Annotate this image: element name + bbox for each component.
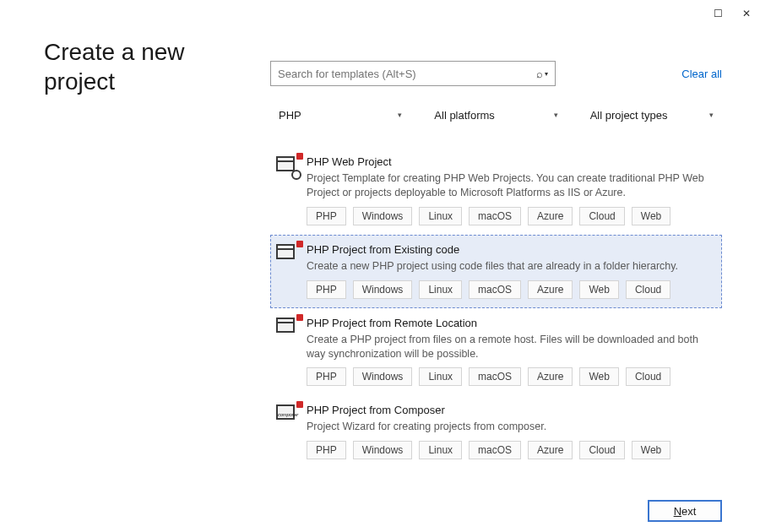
dialog-footer: Next xyxy=(648,500,722,522)
tag: PHP xyxy=(307,207,346,225)
search-input[interactable] xyxy=(278,68,536,80)
chevron-down-icon: ▾ xyxy=(709,111,714,119)
search-box[interactable]: ⌕ ▾ xyxy=(270,61,556,86)
tag: Azure xyxy=(528,207,573,225)
filter-language-label: PHP xyxy=(279,109,301,122)
tag: macOS xyxy=(469,441,521,459)
template-body: PHP Project from Remote LocationCreate a… xyxy=(307,317,713,387)
tag: Cloud xyxy=(579,207,624,225)
template-icon xyxy=(276,244,300,264)
main-area: Create a new project ⌕ ▾ Clear all PHP ▾… xyxy=(0,27,760,500)
template-icon xyxy=(276,318,300,338)
template-item[interactable]: PHP Project from Existing codeCreate a n… xyxy=(270,235,722,308)
template-description: Project Wizard for creating projects fro… xyxy=(307,420,713,434)
chevron-down-icon: ▾ xyxy=(554,111,558,119)
maximize-icon[interactable]: ☐ xyxy=(711,8,725,19)
tag: Cloud xyxy=(626,280,670,299)
tag: PHP xyxy=(307,280,346,299)
tag: macOS xyxy=(469,280,521,299)
tag: Windows xyxy=(353,280,413,299)
tag: Web xyxy=(579,367,618,386)
filter-platform[interactable]: All platforms ▾ xyxy=(426,103,566,127)
template-body: PHP Project from ComposerProject Wizard … xyxy=(307,404,713,459)
template-tags: PHPWindowsLinuxmacOSAzureWebCloud xyxy=(307,367,713,386)
clear-all-link[interactable]: Clear all xyxy=(681,68,722,80)
window-titlebar: ☐ ✕ xyxy=(0,0,760,27)
template-item-peek xyxy=(270,469,722,470)
page-title: Create a new project xyxy=(44,37,253,96)
tag: PHP xyxy=(307,441,346,459)
template-list: PHP Web ProjectProject Template for crea… xyxy=(270,147,722,500)
filter-row: PHP ▾ All platforms ▾ All project types … xyxy=(270,103,722,127)
filter-platform-label: All platforms xyxy=(434,109,495,122)
search-row: ⌕ ▾ Clear all xyxy=(270,61,722,86)
template-item[interactable]: PHP Project from Remote LocationCreate a… xyxy=(270,308,722,396)
tag: Web xyxy=(579,280,618,299)
template-body: PHP Web ProjectProject Template for crea… xyxy=(307,155,713,225)
close-icon[interactable]: ✕ xyxy=(740,8,753,19)
tag: macOS xyxy=(469,207,521,225)
filter-project-type[interactable]: All project types ▾ xyxy=(582,103,722,127)
tag: Cloud xyxy=(579,441,624,459)
template-description: Project Template for creating PHP Web Pr… xyxy=(307,171,713,200)
right-pane: ⌕ ▾ Clear all PHP ▾ All platforms ▾ All … xyxy=(270,27,760,500)
search-icon[interactable]: ⌕ xyxy=(536,68,543,80)
template-title: PHP Project from Remote Location xyxy=(307,317,713,329)
filter-language[interactable]: PHP ▾ xyxy=(270,103,410,127)
tag: Linux xyxy=(419,280,462,299)
tag: PHP xyxy=(307,367,346,386)
filter-project-type-label: All project types xyxy=(590,109,668,122)
tag: Windows xyxy=(353,207,413,225)
template-tags: PHPWindowsLinuxmacOSAzureWebCloud xyxy=(307,280,713,299)
template-tags: PHPWindowsLinuxmacOSAzureCloudWeb xyxy=(307,207,713,225)
template-body: PHP Project from Existing codeCreate a n… xyxy=(307,243,713,299)
template-description: Create a new PHP project using code file… xyxy=(307,259,713,274)
tag: Windows xyxy=(353,441,413,459)
tag: Linux xyxy=(419,207,462,225)
next-button[interactable]: Next xyxy=(648,500,722,522)
template-tags: PHPWindowsLinuxmacOSAzureCloudWeb xyxy=(307,441,713,459)
template-icon xyxy=(276,156,300,176)
chevron-down-icon: ▾ xyxy=(398,111,402,119)
template-icon: composer xyxy=(276,404,300,425)
tag: Web xyxy=(632,441,670,459)
template-title: PHP Project from Existing code xyxy=(307,243,713,256)
template-item[interactable]: composerPHP Project from ComposerProject… xyxy=(270,395,722,469)
template-title: PHP Project from Composer xyxy=(307,404,713,416)
template-item[interactable]: PHP Web ProjectProject Template for crea… xyxy=(270,147,722,235)
tag: Web xyxy=(632,207,670,225)
tag: Linux xyxy=(419,367,462,386)
tag: Windows xyxy=(353,367,413,386)
tag: Linux xyxy=(419,441,462,459)
tag: Azure xyxy=(528,367,573,386)
template-description: Create a PHP project from files on a rem… xyxy=(307,333,713,361)
left-pane: Create a new project xyxy=(0,27,270,500)
tag: Azure xyxy=(528,441,573,459)
tag: macOS xyxy=(469,367,521,386)
tag: Azure xyxy=(528,280,573,299)
template-title: PHP Web Project xyxy=(307,155,713,168)
tag: Cloud xyxy=(626,367,670,386)
search-dropdown-icon[interactable]: ▾ xyxy=(545,70,548,78)
